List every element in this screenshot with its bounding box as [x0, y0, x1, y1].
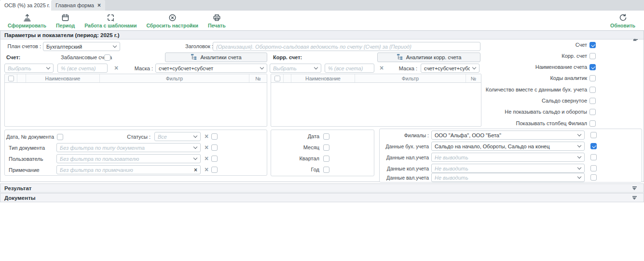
generate-button-label: Сформировать — [8, 23, 46, 28]
cb-korr-schet[interactable] — [589, 53, 596, 59]
tab-main-form[interactable]: Главная форма × — [51, 0, 105, 11]
parameters-panel: Параметры и показатели (период: 2025 г.)… — [0, 30, 644, 182]
primechanie-input[interactable]: Без фильтра по примечанию × — [56, 165, 201, 174]
corr-account-select-placeholder: Выбрать — [273, 65, 312, 71]
clear-inside-icon[interactable]: × — [194, 167, 197, 173]
account-code-placeholder: % (все счета) — [61, 65, 104, 71]
statusy-checkbox[interactable] — [211, 133, 218, 140]
korr-schet-section-label: Корр. счет: — [273, 53, 302, 62]
cb-kody-analitik[interactable] — [589, 75, 596, 81]
dannye-buh-ucheta-label: Данные бух. учета — [380, 142, 429, 151]
select-all-checkbox[interactable] — [274, 76, 280, 81]
cb-mesyac[interactable] — [323, 144, 329, 151]
account-code-input[interactable]: % (все счета) — [57, 64, 108, 73]
refresh-icon — [618, 13, 628, 22]
parameters-body: План счетов : Бухгалтерский Заголовок : … — [0, 40, 644, 182]
clear-statusy-icon[interactable]: × — [205, 132, 208, 141]
collapse-up-icon[interactable] — [633, 33, 638, 40]
select-all-checkbox[interactable] — [8, 76, 14, 81]
account-mask-select[interactable]: счет+субсчет+субсчет — [155, 64, 267, 73]
dannye-kol-ucheta-select[interactable]: Не выводить — [431, 164, 585, 173]
clear-polzovatel-icon[interactable]: × — [205, 154, 208, 163]
clear-account-icon[interactable]: × — [114, 64, 118, 73]
dannye-val-ucheta-select[interactable]: Не выводить — [431, 173, 585, 182]
cb-stolbec-filial[interactable] — [589, 120, 596, 127]
filialy-value: ООО "Альфа", ООО "Бета" — [435, 132, 575, 138]
clear-corr-account-icon[interactable]: × — [380, 64, 384, 73]
expand-down-icon[interactable] — [632, 186, 637, 190]
chevron-down-icon — [46, 65, 50, 69]
account-select[interactable]: Выбрать — [4, 64, 54, 73]
plan-schetov-value: Бухгалтерский — [46, 44, 110, 50]
chevron-down-icon — [577, 175, 581, 179]
chevron-down-icon — [193, 156, 197, 160]
polzovatel-checkbox[interactable] — [211, 156, 218, 162]
reset-settings-button[interactable]: Сбросить настройки — [141, 12, 203, 29]
parameters-panel-title: Параметры и показатели (период: 2025 г.) — [0, 32, 120, 38]
cb-korr-schet-label: Корр. счет — [435, 52, 587, 61]
cb-saldo-svernutoe[interactable] — [589, 98, 596, 104]
polzovatel-label: Пользователь — [9, 155, 43, 164]
close-icon[interactable]: × — [97, 2, 101, 8]
corr-account-code-input[interactable]: % (все счета) — [325, 64, 374, 73]
account-analytics-table: Наименование Фильтр № — [4, 74, 267, 127]
polzovatel-select[interactable]: Без фильтра по пользователю — [56, 154, 201, 163]
tip-dokumenta-checkbox[interactable] — [211, 144, 218, 151]
column-filter-header: Фильтр — [100, 74, 249, 82]
cb-mesyac-label: Месяц — [271, 143, 319, 152]
cb-schet[interactable] — [589, 42, 596, 48]
data-nomer-dokumenta-label: Дата, № документа — [5, 132, 54, 142]
data-nomer-dokumenta-checkbox[interactable] — [57, 134, 63, 140]
dannye-val-ucheta-label: Данные вал.учета — [380, 173, 429, 183]
cb-kvartal-label: Квартал — [271, 154, 319, 163]
dannye-nal-ucheta-select[interactable]: Не выводить — [431, 153, 585, 162]
schet-section-label: Счет: — [6, 53, 20, 62]
cb-ne-pokazyvat[interactable] — [589, 109, 596, 115]
cb-kvartal[interactable] — [323, 156, 329, 162]
corr-account-code-placeholder: % (все счета) — [328, 65, 371, 71]
cb-kolichestvo[interactable] — [589, 87, 596, 93]
tip-dokumenta-select[interactable]: Без фильтра по типу документа — [56, 143, 201, 152]
cb-saldo-svernutoe-label: Сальдо свернутое — [435, 96, 587, 105]
parameters-panel-header[interactable]: Параметры и показатели (период: 2025 г.) — [0, 31, 644, 39]
period-button-label: Период — [56, 23, 75, 28]
cb-naimenovanie[interactable] — [589, 64, 596, 70]
result-section-header[interactable]: Результат — [0, 183, 644, 193]
clear-tip-dokumenta-icon[interactable]: × — [205, 143, 208, 152]
filialy-select[interactable]: ООО "Альфа", ООО "Бета" — [431, 130, 585, 140]
period-grouping-box: Дата Месяц Квартал Год — [271, 130, 374, 176]
templates-selection-icon — [106, 13, 115, 22]
period-button[interactable]: Период — [51, 12, 80, 29]
chevron-down-icon — [577, 132, 581, 136]
print-button[interactable]: Печать — [203, 12, 231, 29]
analytics-account-button[interactable]: Аналитики счета — [165, 52, 267, 62]
templates-button[interactable]: Работа с шаблонами — [80, 12, 141, 29]
clear-primechanie-icon[interactable]: × — [205, 165, 208, 174]
dannye-buh-ucheta-checkbox[interactable] — [590, 143, 597, 149]
documents-section-header[interactable]: Документы — [0, 193, 644, 202]
generate-button[interactable]: Сформировать — [3, 12, 51, 29]
dannye-buh-ucheta-value: Сальдо на начало, Обороты, Сальдо на кон… — [435, 144, 575, 149]
tree-icon — [397, 53, 403, 61]
dannye-nal-ucheta-checkbox[interactable] — [590, 154, 597, 160]
zabalansovye-checkbox[interactable] — [104, 54, 110, 61]
expand-down-icon[interactable] — [632, 196, 637, 200]
filialy-checkbox[interactable] — [590, 132, 597, 138]
primechanie-checkbox[interactable] — [211, 167, 218, 173]
cb-data[interactable] — [323, 133, 329, 140]
dannye-buh-ucheta-select[interactable]: Сальдо на начало, Обороты, Сальдо на кон… — [431, 142, 585, 151]
dannye-kol-ucheta-label: Данные кол.учета — [380, 164, 429, 173]
dannye-kol-ucheta-value: Не выводить — [435, 166, 575, 171]
corr-account-select[interactable]: Выбрать — [270, 64, 321, 73]
refresh-button[interactable]: Обновить — [605, 12, 640, 29]
chevron-down-icon — [113, 44, 117, 48]
cb-god[interactable] — [323, 167, 329, 173]
tip-dokumenta-placeholder: Без фильтра по типу документа — [60, 145, 191, 151]
dannye-kol-ucheta-checkbox[interactable] — [590, 165, 597, 171]
column-number-header: № — [249, 74, 267, 82]
column-name-header: Наименование — [291, 74, 355, 82]
plan-schetov-select[interactable]: Бухгалтерский — [43, 42, 120, 51]
chevron-down-icon — [260, 65, 264, 69]
dannye-val-ucheta-checkbox[interactable] — [590, 174, 597, 181]
statusy-select[interactable]: Все — [154, 132, 201, 141]
